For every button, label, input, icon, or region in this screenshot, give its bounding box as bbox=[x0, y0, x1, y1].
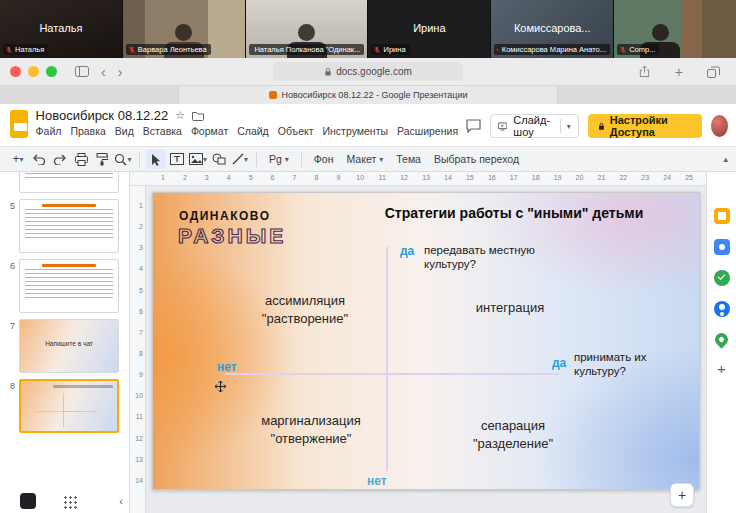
thumb-caption: Напишите в чат bbox=[20, 340, 118, 347]
comment-icon[interactable] bbox=[466, 119, 481, 133]
menu-slide[interactable]: Слайд bbox=[237, 125, 269, 137]
browser-tab[interactable]: Новосибирск 08.12.22 - Google Презентаци… bbox=[178, 86, 559, 104]
lock-icon bbox=[324, 67, 332, 77]
move-to-folder-icon[interactable] bbox=[192, 111, 204, 121]
ruler-number: 21 bbox=[590, 174, 612, 181]
calendar-icon[interactable] bbox=[714, 208, 730, 224]
slide-thumbnail[interactable] bbox=[19, 199, 119, 253]
slide-editor[interactable]: ОДИНАКОВО РАЗНЫЕ Стратегии работы с "ины… bbox=[152, 192, 700, 490]
contacts-person bbox=[719, 304, 725, 310]
add-addon-icon[interactable]: + bbox=[717, 361, 726, 376]
close-window-button[interactable] bbox=[10, 66, 21, 77]
chevron-down-icon[interactable]: ▾ bbox=[567, 122, 571, 131]
google-slides-logo-icon[interactable] bbox=[10, 110, 28, 138]
menu-insert[interactable]: Вставка bbox=[143, 125, 182, 137]
quadrant-separation[interactable]: сепарация "разделение" bbox=[429, 417, 597, 452]
menu-edit[interactable]: Правка bbox=[70, 125, 105, 137]
keep-icon[interactable] bbox=[714, 239, 730, 255]
menu-format[interactable]: Формат bbox=[191, 125, 228, 137]
browser-window: ‹ › docs.google.com + Новосибирск 08.12.… bbox=[0, 58, 736, 513]
quadrant-marginalization[interactable]: маргинализация "отвержение" bbox=[211, 412, 411, 447]
participant-badge-label: Наталья Полканова "Одинак... bbox=[254, 45, 360, 54]
share-icon[interactable] bbox=[638, 65, 651, 78]
thumb-axis-vertical bbox=[63, 393, 64, 427]
maps-icon[interactable] bbox=[712, 330, 730, 348]
zoom-window-button[interactable] bbox=[46, 66, 57, 77]
zoom-tile[interactable]: Комиссарова... Комиссарова Марина Анато.… bbox=[491, 0, 613, 58]
menu-extensions[interactable]: Расширения bbox=[397, 125, 458, 137]
sidebar-toggle-icon[interactable] bbox=[75, 66, 89, 77]
axis-label-no-bottom: нет bbox=[367, 474, 387, 488]
print-icon[interactable] bbox=[71, 149, 91, 169]
slide-number: 5 bbox=[2, 199, 15, 253]
participant-badge: Комиссарова Марина Анато... bbox=[494, 44, 610, 55]
theme-button[interactable]: Тема bbox=[390, 153, 427, 165]
menu-arrange[interactable]: Объект bbox=[278, 125, 314, 137]
zoom-tool-icon[interactable]: ▾ bbox=[113, 149, 133, 169]
ruler-number: 5 bbox=[240, 174, 262, 181]
axis-label-no-left: нет bbox=[217, 360, 237, 374]
ruler-number: 3 bbox=[130, 244, 143, 265]
menu-tools[interactable]: Инструменты bbox=[323, 125, 388, 137]
menu-view[interactable]: Вид bbox=[115, 125, 134, 137]
avatar[interactable] bbox=[711, 115, 728, 137]
zoom-tile[interactable]: Варвара Леонтьева bbox=[123, 0, 245, 58]
star-icon[interactable]: ☆ bbox=[175, 109, 185, 122]
zoom-tile[interactable]: Наталья Наталья bbox=[0, 0, 122, 58]
slide-thumbnail[interactable] bbox=[19, 259, 119, 313]
thumb-heading-bar bbox=[42, 204, 96, 207]
quadrant-assimilation[interactable]: ассимиляция "растворение" bbox=[205, 292, 405, 327]
document-title[interactable]: Новосибирск 08.12.22 bbox=[36, 108, 169, 123]
ruler-number: 6 bbox=[130, 308, 143, 329]
header-actions: Слайд-шоу ▾ Настройки Доступа bbox=[466, 108, 728, 144]
side-panel-rail: + bbox=[706, 172, 736, 513]
paint-format-icon[interactable] bbox=[92, 149, 112, 169]
slideshow-button[interactable]: Слайд-шоу ▾ bbox=[490, 114, 579, 138]
address-bar[interactable]: docs.google.com bbox=[273, 62, 463, 81]
select-tool-icon[interactable] bbox=[146, 149, 166, 169]
axis-question-right[interactable]: принимать их культуру? bbox=[574, 350, 692, 379]
ruler-number: 25 bbox=[678, 174, 700, 181]
app-grid-icon[interactable] bbox=[62, 494, 77, 509]
collapse-filmstrip-icon[interactable]: ‹ bbox=[119, 495, 123, 507]
minimize-window-button[interactable] bbox=[28, 66, 39, 77]
share-settings-label: Настройки Доступа bbox=[610, 114, 692, 138]
zoom-tile[interactable]: Comp... bbox=[614, 0, 736, 58]
insert-line-icon[interactable]: ▾ bbox=[230, 149, 250, 169]
slide-thumbnail-selected[interactable] bbox=[19, 379, 119, 433]
slide-thumbnail[interactable] bbox=[19, 172, 119, 193]
menu-file[interactable]: Файл bbox=[36, 125, 62, 137]
slide-logo-line2: РАЗНЫЕ bbox=[178, 224, 286, 248]
insert-shape-icon[interactable] bbox=[209, 149, 229, 169]
new-slide-button[interactable]: +▾ bbox=[8, 149, 28, 169]
redo-icon[interactable] bbox=[50, 149, 70, 169]
new-tab-icon[interactable]: + bbox=[675, 64, 683, 80]
collapse-menus-icon[interactable]: ▴ bbox=[723, 154, 728, 164]
axis-question-top[interactable]: передавать местную культуру? bbox=[424, 243, 566, 272]
dock-app-icon[interactable] bbox=[20, 493, 36, 509]
tab-overview-icon[interactable] bbox=[707, 66, 720, 78]
tasks-icon[interactable] bbox=[714, 270, 730, 286]
pg-tool-button[interactable]: Pg▾ bbox=[263, 153, 295, 165]
canvas-action-button[interactable]: + bbox=[670, 483, 694, 507]
title-menu-block: Новосибирск 08.12.22 ☆ Файл Правка Вид В… bbox=[36, 108, 459, 144]
back-icon[interactable]: ‹ bbox=[101, 64, 106, 80]
share-settings-button[interactable]: Настройки Доступа bbox=[588, 114, 702, 138]
insert-image-icon[interactable]: ▾ bbox=[188, 149, 208, 169]
layout-button[interactable]: Макет▾ bbox=[340, 153, 389, 165]
participant-badge: Ирина bbox=[371, 44, 409, 55]
background-button[interactable]: Фон bbox=[308, 153, 340, 165]
pg-label: Pg bbox=[269, 153, 282, 165]
forward-icon[interactable]: › bbox=[118, 64, 123, 80]
zoom-tile[interactable]: Ирина Ирина bbox=[368, 0, 490, 58]
slide-thumbnail[interactable]: Напишите в чат bbox=[19, 319, 119, 373]
text-box-icon[interactable] bbox=[167, 149, 187, 169]
undo-icon[interactable] bbox=[29, 149, 49, 169]
thumbnail-row bbox=[0, 172, 129, 196]
contacts-icon[interactable] bbox=[714, 301, 730, 317]
chevron-down-icon: ▾ bbox=[244, 155, 248, 164]
zoom-tile[interactable]: Наталья Полканова "Одинак... bbox=[246, 0, 368, 58]
slide-title[interactable]: Стратегии работы с "иными" детьми bbox=[338, 205, 690, 221]
transition-button[interactable]: Выбрать переход bbox=[428, 153, 525, 165]
quadrant-integration[interactable]: интеграция bbox=[435, 299, 585, 317]
